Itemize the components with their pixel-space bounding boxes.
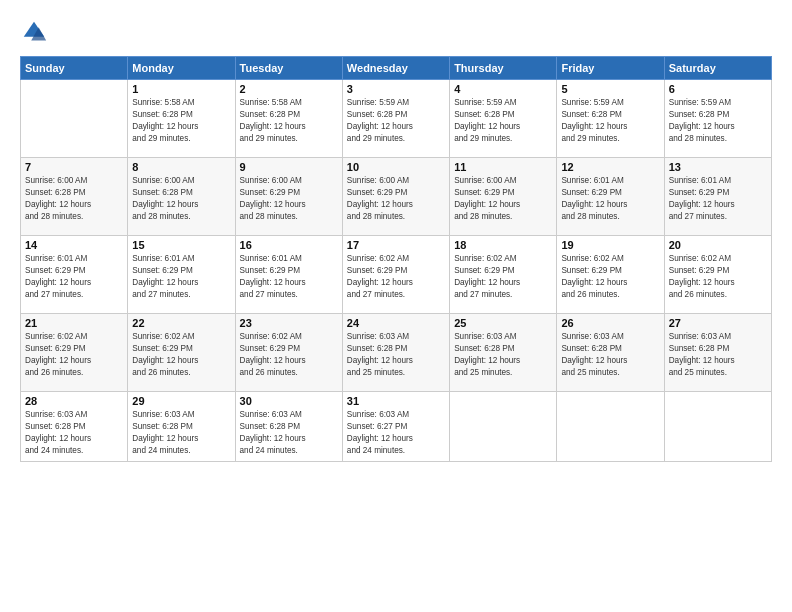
day-number: 8 (132, 161, 230, 173)
day-info: Sunrise: 6:03 AMSunset: 6:28 PMDaylight:… (669, 331, 767, 379)
day-cell: 4Sunrise: 5:59 AMSunset: 6:28 PMDaylight… (450, 80, 557, 158)
day-info: Sunrise: 6:01 AMSunset: 6:29 PMDaylight:… (25, 253, 123, 301)
day-number: 25 (454, 317, 552, 329)
day-number: 31 (347, 395, 445, 407)
day-number: 30 (240, 395, 338, 407)
header (20, 18, 772, 46)
day-number: 28 (25, 395, 123, 407)
day-cell: 3Sunrise: 5:59 AMSunset: 6:28 PMDaylight… (342, 80, 449, 158)
day-info: Sunrise: 5:59 AMSunset: 6:28 PMDaylight:… (561, 97, 659, 145)
day-info: Sunrise: 6:02 AMSunset: 6:29 PMDaylight:… (561, 253, 659, 301)
day-cell: 7Sunrise: 6:00 AMSunset: 6:28 PMDaylight… (21, 158, 128, 236)
day-cell: 18Sunrise: 6:02 AMSunset: 6:29 PMDayligh… (450, 236, 557, 314)
day-cell: 14Sunrise: 6:01 AMSunset: 6:29 PMDayligh… (21, 236, 128, 314)
day-info: Sunrise: 5:59 AMSunset: 6:28 PMDaylight:… (454, 97, 552, 145)
week-row-4: 21Sunrise: 6:02 AMSunset: 6:29 PMDayligh… (21, 314, 772, 392)
day-number: 4 (454, 83, 552, 95)
day-cell: 16Sunrise: 6:01 AMSunset: 6:29 PMDayligh… (235, 236, 342, 314)
day-info: Sunrise: 6:01 AMSunset: 6:29 PMDaylight:… (669, 175, 767, 223)
day-cell: 6Sunrise: 5:59 AMSunset: 6:28 PMDaylight… (664, 80, 771, 158)
day-info: Sunrise: 5:58 AMSunset: 6:28 PMDaylight:… (132, 97, 230, 145)
day-cell (450, 392, 557, 462)
day-number: 24 (347, 317, 445, 329)
day-number: 22 (132, 317, 230, 329)
day-cell: 19Sunrise: 6:02 AMSunset: 6:29 PMDayligh… (557, 236, 664, 314)
day-cell: 25Sunrise: 6:03 AMSunset: 6:28 PMDayligh… (450, 314, 557, 392)
day-info: Sunrise: 6:02 AMSunset: 6:29 PMDaylight:… (240, 331, 338, 379)
week-row-3: 14Sunrise: 6:01 AMSunset: 6:29 PMDayligh… (21, 236, 772, 314)
day-number: 3 (347, 83, 445, 95)
day-number: 13 (669, 161, 767, 173)
day-info: Sunrise: 6:00 AMSunset: 6:29 PMDaylight:… (454, 175, 552, 223)
day-number: 18 (454, 239, 552, 251)
col-header-saturday: Saturday (664, 57, 771, 80)
col-header-monday: Monday (128, 57, 235, 80)
col-header-friday: Friday (557, 57, 664, 80)
day-info: Sunrise: 5:59 AMSunset: 6:28 PMDaylight:… (669, 97, 767, 145)
day-number: 21 (25, 317, 123, 329)
day-cell: 10Sunrise: 6:00 AMSunset: 6:29 PMDayligh… (342, 158, 449, 236)
day-info: Sunrise: 6:03 AMSunset: 6:28 PMDaylight:… (454, 331, 552, 379)
day-info: Sunrise: 6:00 AMSunset: 6:28 PMDaylight:… (132, 175, 230, 223)
day-number: 5 (561, 83, 659, 95)
week-row-1: 1Sunrise: 5:58 AMSunset: 6:28 PMDaylight… (21, 80, 772, 158)
day-info: Sunrise: 5:58 AMSunset: 6:28 PMDaylight:… (240, 97, 338, 145)
day-info: Sunrise: 6:02 AMSunset: 6:29 PMDaylight:… (454, 253, 552, 301)
day-cell: 11Sunrise: 6:00 AMSunset: 6:29 PMDayligh… (450, 158, 557, 236)
day-info: Sunrise: 6:03 AMSunset: 6:28 PMDaylight:… (25, 409, 123, 457)
day-cell: 1Sunrise: 5:58 AMSunset: 6:28 PMDaylight… (128, 80, 235, 158)
day-number: 26 (561, 317, 659, 329)
day-cell: 29Sunrise: 6:03 AMSunset: 6:28 PMDayligh… (128, 392, 235, 462)
day-number: 6 (669, 83, 767, 95)
day-number: 29 (132, 395, 230, 407)
day-number: 12 (561, 161, 659, 173)
day-info: Sunrise: 6:02 AMSunset: 6:29 PMDaylight:… (25, 331, 123, 379)
day-info: Sunrise: 6:03 AMSunset: 6:28 PMDaylight:… (240, 409, 338, 457)
day-number: 27 (669, 317, 767, 329)
day-number: 23 (240, 317, 338, 329)
week-row-2: 7Sunrise: 6:00 AMSunset: 6:28 PMDaylight… (21, 158, 772, 236)
day-cell: 17Sunrise: 6:02 AMSunset: 6:29 PMDayligh… (342, 236, 449, 314)
logo-icon (20, 18, 48, 46)
day-number: 16 (240, 239, 338, 251)
col-header-tuesday: Tuesday (235, 57, 342, 80)
day-cell: 27Sunrise: 6:03 AMSunset: 6:28 PMDayligh… (664, 314, 771, 392)
day-info: Sunrise: 6:01 AMSunset: 6:29 PMDaylight:… (240, 253, 338, 301)
day-number: 20 (669, 239, 767, 251)
page: SundayMondayTuesdayWednesdayThursdayFrid… (0, 0, 792, 612)
day-info: Sunrise: 6:03 AMSunset: 6:28 PMDaylight:… (132, 409, 230, 457)
day-cell: 30Sunrise: 6:03 AMSunset: 6:28 PMDayligh… (235, 392, 342, 462)
day-cell (664, 392, 771, 462)
day-info: Sunrise: 6:00 AMSunset: 6:28 PMDaylight:… (25, 175, 123, 223)
day-cell: 5Sunrise: 5:59 AMSunset: 6:28 PMDaylight… (557, 80, 664, 158)
day-number: 19 (561, 239, 659, 251)
day-info: Sunrise: 6:01 AMSunset: 6:29 PMDaylight:… (132, 253, 230, 301)
day-cell: 26Sunrise: 6:03 AMSunset: 6:28 PMDayligh… (557, 314, 664, 392)
day-cell: 13Sunrise: 6:01 AMSunset: 6:29 PMDayligh… (664, 158, 771, 236)
header-row: SundayMondayTuesdayWednesdayThursdayFrid… (21, 57, 772, 80)
day-cell: 24Sunrise: 6:03 AMSunset: 6:28 PMDayligh… (342, 314, 449, 392)
day-cell: 12Sunrise: 6:01 AMSunset: 6:29 PMDayligh… (557, 158, 664, 236)
day-number: 9 (240, 161, 338, 173)
day-cell: 2Sunrise: 5:58 AMSunset: 6:28 PMDaylight… (235, 80, 342, 158)
day-info: Sunrise: 6:03 AMSunset: 6:28 PMDaylight:… (347, 331, 445, 379)
day-cell: 28Sunrise: 6:03 AMSunset: 6:28 PMDayligh… (21, 392, 128, 462)
day-info: Sunrise: 6:03 AMSunset: 6:28 PMDaylight:… (561, 331, 659, 379)
day-cell (21, 80, 128, 158)
day-cell: 23Sunrise: 6:02 AMSunset: 6:29 PMDayligh… (235, 314, 342, 392)
day-number: 15 (132, 239, 230, 251)
day-info: Sunrise: 6:01 AMSunset: 6:29 PMDaylight:… (561, 175, 659, 223)
day-number: 14 (25, 239, 123, 251)
col-header-wednesday: Wednesday (342, 57, 449, 80)
week-row-5: 28Sunrise: 6:03 AMSunset: 6:28 PMDayligh… (21, 392, 772, 462)
day-number: 17 (347, 239, 445, 251)
calendar-table: SundayMondayTuesdayWednesdayThursdayFrid… (20, 56, 772, 462)
day-cell: 20Sunrise: 6:02 AMSunset: 6:29 PMDayligh… (664, 236, 771, 314)
col-header-thursday: Thursday (450, 57, 557, 80)
day-info: Sunrise: 6:03 AMSunset: 6:27 PMDaylight:… (347, 409, 445, 457)
day-info: Sunrise: 6:00 AMSunset: 6:29 PMDaylight:… (347, 175, 445, 223)
day-cell: 9Sunrise: 6:00 AMSunset: 6:29 PMDaylight… (235, 158, 342, 236)
day-cell: 31Sunrise: 6:03 AMSunset: 6:27 PMDayligh… (342, 392, 449, 462)
day-number: 2 (240, 83, 338, 95)
day-cell: 8Sunrise: 6:00 AMSunset: 6:28 PMDaylight… (128, 158, 235, 236)
